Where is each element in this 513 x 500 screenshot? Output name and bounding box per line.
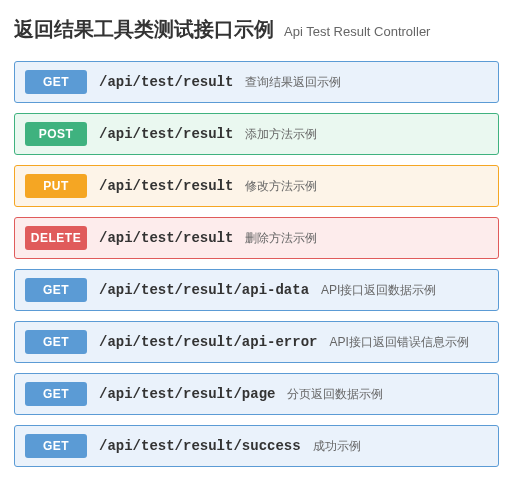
method-badge: GET xyxy=(25,382,87,406)
endpoint-row[interactable]: GET/api/test/result/api-errorAPI接口返回错误信息… xyxy=(14,321,499,363)
page-subtitle: Api Test Result Controller xyxy=(284,24,430,39)
endpoint-path: /api/test/result/api-error xyxy=(99,334,317,350)
endpoint-path: /api/test/result/page xyxy=(99,386,275,402)
endpoint-row[interactable]: GET/api/test/result/success成功示例 xyxy=(14,425,499,467)
endpoint-row[interactable]: POST/api/test/result添加方法示例 xyxy=(14,113,499,155)
endpoint-row[interactable]: GET/api/test/result查询结果返回示例 xyxy=(14,61,499,103)
method-badge: PUT xyxy=(25,174,87,198)
endpoint-row[interactable]: GET/api/test/result/api-dataAPI接口返回数据示例 xyxy=(14,269,499,311)
endpoint-desc: 成功示例 xyxy=(313,438,361,455)
method-badge: DELETE xyxy=(25,226,87,250)
endpoint-path: /api/test/result xyxy=(99,74,233,90)
endpoint-row[interactable]: PUT/api/test/result修改方法示例 xyxy=(14,165,499,207)
page-title: 返回结果工具类测试接口示例 xyxy=(14,16,274,43)
method-badge: GET xyxy=(25,278,87,302)
endpoint-desc: 添加方法示例 xyxy=(245,126,317,143)
endpoint-path: /api/test/result/api-data xyxy=(99,282,309,298)
endpoint-path: /api/test/result xyxy=(99,230,233,246)
method-badge: GET xyxy=(25,330,87,354)
endpoint-desc: 查询结果返回示例 xyxy=(245,74,341,91)
method-badge: POST xyxy=(25,122,87,146)
page-header: 返回结果工具类测试接口示例 Api Test Result Controller xyxy=(14,16,499,43)
endpoint-desc: 修改方法示例 xyxy=(245,178,317,195)
endpoint-row[interactable]: DELETE/api/test/result删除方法示例 xyxy=(14,217,499,259)
endpoint-desc: API接口返回数据示例 xyxy=(321,282,436,299)
endpoint-list: GET/api/test/result查询结果返回示例POST/api/test… xyxy=(14,61,499,467)
method-badge: GET xyxy=(25,70,87,94)
endpoint-path: /api/test/result xyxy=(99,178,233,194)
endpoint-path: /api/test/result xyxy=(99,126,233,142)
endpoint-row[interactable]: GET/api/test/result/page分页返回数据示例 xyxy=(14,373,499,415)
endpoint-desc: API接口返回错误信息示例 xyxy=(329,334,468,351)
endpoint-path: /api/test/result/success xyxy=(99,438,301,454)
method-badge: GET xyxy=(25,434,87,458)
endpoint-desc: 删除方法示例 xyxy=(245,230,317,247)
endpoint-desc: 分页返回数据示例 xyxy=(287,386,383,403)
